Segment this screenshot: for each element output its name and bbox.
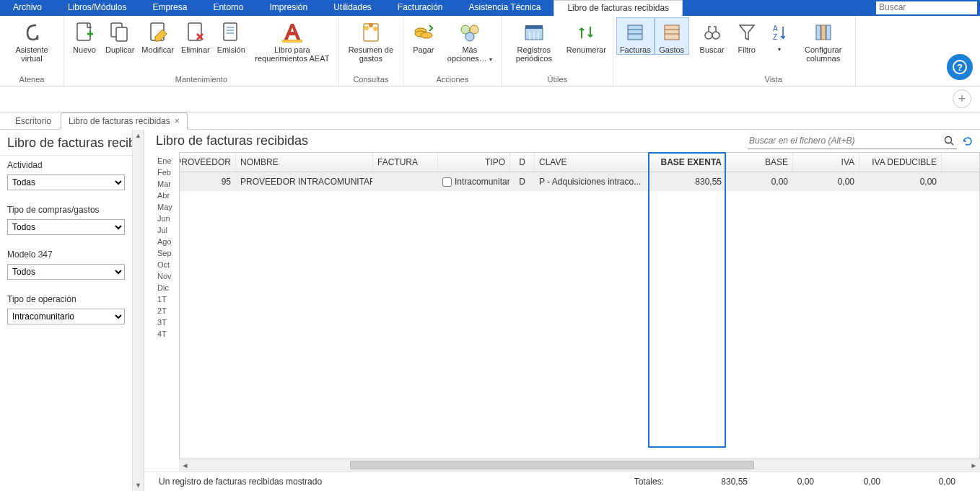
quarter-4t[interactable]: 4T [156, 328, 179, 340]
svg-rect-25 [628, 25, 642, 40]
group-utiles-label: Útiles [548, 74, 568, 86]
mas-opciones-button[interactable]: Más opciones… ▾ [441, 17, 499, 65]
svg-text:Z: Z [773, 33, 777, 41]
cell-base-exenta: 830,55 [649, 172, 727, 191]
libro-requerimientos-button[interactable]: Libro para requerimientos AEAT [249, 17, 336, 63]
month-dic[interactable]: Dic [156, 282, 179, 293]
menu-libro-facturas[interactable]: Libro de facturas recibidas [554, 0, 683, 16]
new-doc-icon [73, 21, 96, 44]
month-may[interactable]: May [156, 201, 179, 213]
menu-search-input[interactable] [876, 1, 977, 13]
nuevo-button[interactable]: Nuevo [67, 17, 102, 55]
scroll-down-icon[interactable]: ▼ [133, 479, 144, 491]
filter-tipo-compras-select[interactable]: Todos [7, 219, 125, 235]
month-abr[interactable]: Abr [156, 190, 179, 201]
month-jun[interactable]: Jun [156, 213, 179, 224]
total-base-exenta: 830,55 [670, 477, 748, 487]
table-row[interactable]: 95 PROVEEDOR INTRACOMUNITARIO Intracomun… [179, 172, 980, 191]
month-sep[interactable]: Sep [156, 247, 179, 259]
col-base-exenta[interactable]: BASE EXENTA [649, 153, 727, 172]
resumen-gastos-button[interactable]: Resumen de gastos [342, 17, 400, 63]
month-ene[interactable]: Ene [156, 155, 179, 167]
menu-libros[interactable]: Libros/Módulos [55, 0, 139, 16]
tab-libro-facturas[interactable]: Libro de facturas recibidas× [61, 112, 188, 130]
left-scrollbar[interactable]: ▲ ▼ [132, 130, 144, 491]
month-nov[interactable]: Nov [156, 270, 179, 282]
month-oct[interactable]: Oct [156, 259, 179, 270]
table-blank [179, 191, 980, 459]
search-icon[interactable] [942, 134, 955, 147]
total-iva: 0,00 [814, 477, 880, 487]
plus-icon: + [958, 92, 966, 107]
asistente-button[interactable]: Asistente virtual [3, 17, 61, 63]
config-columnas-button[interactable]: Configurar columnas [795, 17, 852, 63]
scroll-up-icon[interactable]: ▲ [133, 130, 144, 141]
svg-rect-2 [116, 27, 127, 41]
facturas-toggle[interactable]: Facturas [616, 17, 655, 55]
menu-archivo[interactable]: Archivo [0, 0, 55, 16]
month-selector: Ene Feb Mar Abr May Jun Jul Ago Sep Oct … [156, 152, 179, 472]
sort-icon: AZ [768, 21, 791, 44]
scroll-left-icon[interactable]: ◄ [179, 461, 191, 469]
quarter-3t[interactable]: 3T [156, 317, 179, 328]
filter-icon [735, 21, 758, 44]
filter-actividad-select[interactable]: Todas [7, 174, 125, 190]
col-factura[interactable]: FACTURA [373, 153, 438, 172]
month-mar[interactable]: Mar [156, 178, 179, 190]
col-nombre[interactable]: NOMBRE [236, 153, 373, 172]
col-proveedor[interactable]: PROVEEDOR [180, 153, 236, 172]
scroll-right-icon[interactable]: ► [968, 461, 980, 469]
pagar-button[interactable]: Pagar [406, 17, 441, 55]
table-header: PROVEEDOR NOMBRE FACTURA TIPO D CLAVE BA… [179, 152, 980, 172]
registros-button[interactable]: Registros periódicos [505, 17, 563, 63]
svg-rect-28 [665, 25, 679, 40]
col-iva[interactable]: IVA [793, 153, 859, 172]
duplicar-button[interactable]: Duplicar [102, 17, 138, 55]
refresh-button[interactable] [961, 135, 974, 148]
cell-factura [373, 172, 438, 191]
filter-modelo347-select[interactable]: Todos [7, 264, 125, 280]
buscar-button[interactable]: Buscar [695, 17, 730, 55]
quarter-2t[interactable]: 2T [156, 305, 179, 317]
row-checkbox[interactable] [442, 177, 452, 187]
file-search[interactable] [748, 133, 957, 149]
menu-search[interactable] [876, 1, 977, 14]
col-d[interactable]: D [510, 153, 535, 172]
cell-iva-deducible: 0,00 [859, 172, 942, 191]
file-search-input[interactable] [749, 136, 940, 146]
menu-impresion[interactable]: Impresión [256, 0, 320, 16]
month-jul[interactable]: Jul [156, 224, 179, 236]
filter-panel: Libro de facturas recibidas Actividad To… [0, 130, 144, 491]
renumerar-button[interactable]: Renumerar [563, 17, 610, 55]
col-iva-deducible[interactable]: IVA DEDUCIBLE [859, 153, 942, 172]
filter-tipo-operacion-select[interactable]: Intracomunitario [7, 309, 125, 324]
gastos-toggle[interactable]: Gastos [655, 17, 689, 55]
tab-close-icon[interactable]: × [175, 116, 180, 126]
help-button[interactable]: ? [947, 54, 973, 80]
totals-label: Totales: [634, 477, 670, 487]
svg-rect-36 [821, 25, 826, 40]
quarter-1t[interactable]: 1T [156, 293, 179, 305]
svg-point-12 [369, 23, 373, 27]
menu-utilidades[interactable]: Utilidades [320, 0, 385, 16]
eliminar-button[interactable]: Eliminar [178, 17, 214, 55]
content-title: Libro de facturas recibidas [156, 133, 308, 149]
modificar-button[interactable]: Modificar [138, 17, 178, 55]
tab-escritorio[interactable]: Escritorio [7, 112, 59, 129]
ordenar-button[interactable]: AZ ▾ [764, 17, 795, 55]
col-tipo[interactable]: TIPO [438, 153, 510, 172]
menu-asistencia[interactable]: Asistencia Técnica [456, 0, 554, 16]
menu-empresa[interactable]: Empresa [139, 0, 200, 16]
menu-entorno[interactable]: Entorno [200, 0, 256, 16]
month-ago[interactable]: Ago [156, 236, 179, 247]
col-clave[interactable]: CLAVE [535, 153, 649, 172]
svg-rect-35 [816, 25, 821, 40]
emision-button[interactable]: Emisión [214, 17, 249, 55]
filtro-button[interactable]: Filtro [730, 17, 764, 55]
svg-rect-5 [224, 23, 237, 40]
horizontal-scrollbar[interactable]: ◄ ► [179, 459, 980, 472]
add-button[interactable]: + [953, 89, 971, 108]
col-base[interactable]: BASE [727, 153, 793, 172]
month-feb[interactable]: Feb [156, 167, 179, 178]
menu-facturacion[interactable]: Facturación [385, 0, 456, 16]
